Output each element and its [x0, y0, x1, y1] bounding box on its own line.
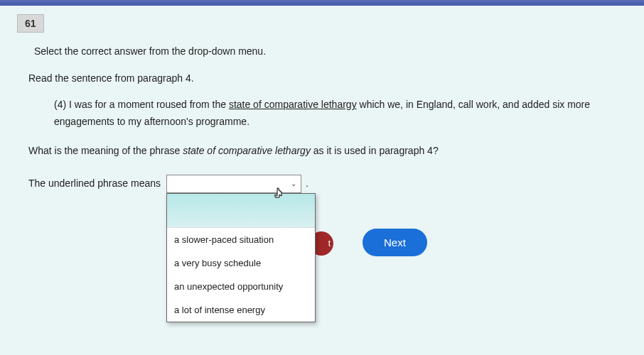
quoted-sentence: (4) I was for a moment roused from the s… — [54, 97, 601, 131]
question-prompt: What is the meaning of the phrase state … — [28, 145, 616, 156]
answer-label: The underlined phrase means — [28, 175, 166, 189]
quote-underlined-phrase: state of comparative lethargy — [229, 99, 357, 110]
hidden-button-fragment: t — [328, 239, 331, 248]
prompt-italic-phrase: state of comparative lethargy — [183, 145, 311, 156]
dropdown-list: a slower-paced situation a very busy sch… — [166, 193, 316, 322]
quote-prefix: (4) I was for a moment roused from the — [54, 99, 229, 110]
next-button[interactable]: Next — [363, 229, 427, 256]
answer-dropdown-wrap: ⌄ a slower-paced situation a very busy s… — [166, 175, 301, 193]
dropdown-option-2[interactable]: an unexpected opportunity — [167, 275, 315, 298]
prompt-before: What is the meaning of the phrase — [28, 145, 183, 156]
prompt-after: as it is used in paragraph 4? — [311, 145, 439, 156]
answer-row: The underlined phrase means ⌄ a slower-p… — [28, 175, 616, 193]
window-title-bar — [0, 0, 644, 6]
question-number-badge: 61 — [17, 14, 44, 33]
instruction-text: Select the correct answer from the drop-… — [34, 45, 616, 57]
read-sentence-label: Read the sentence from paragraph 4. — [28, 72, 616, 84]
dropdown-blank-option[interactable] — [167, 194, 315, 228]
question-content: 61 Select the correct answer from the dr… — [0, 6, 644, 355]
chevron-down-icon: ⌄ — [291, 180, 296, 187]
dropdown-option-3[interactable]: a lot of intense energy — [167, 298, 315, 322]
answer-dropdown[interactable]: ⌄ — [166, 175, 301, 193]
sentence-period: . — [301, 175, 308, 189]
dropdown-option-1[interactable]: a very busy schedule — [167, 251, 315, 275]
dropdown-option-0[interactable]: a slower-paced situation — [167, 228, 315, 251]
